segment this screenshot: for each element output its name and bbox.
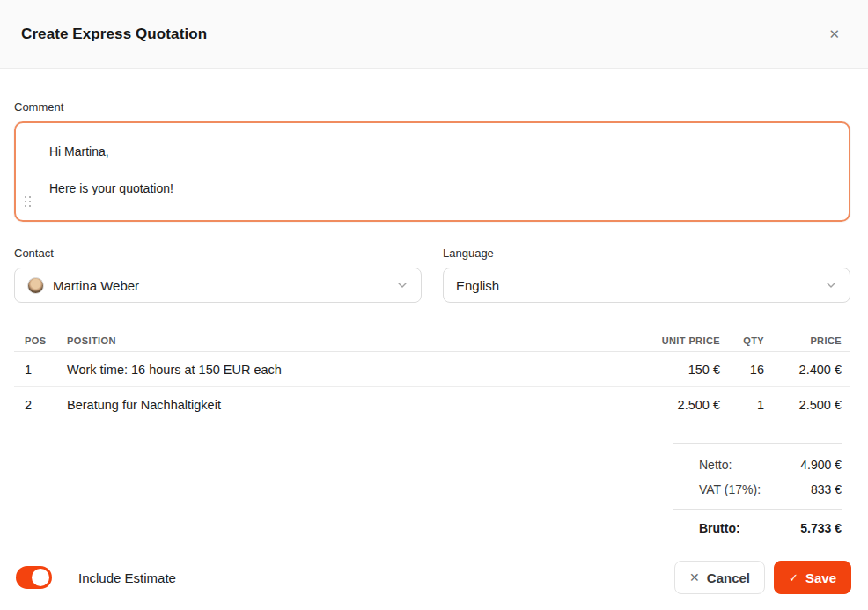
col-header-pos: POS (25, 335, 67, 346)
x-icon: ✕ (689, 570, 700, 584)
modal-footer: Include Estimate ✕ Cancel ✓ Save (0, 561, 868, 594)
language-label: Language (443, 246, 850, 260)
vat-label: VAT (17%): (699, 482, 761, 496)
modal-header: Create Express Quotation ✕ (0, 0, 868, 69)
cancel-label: Cancel (707, 570, 750, 585)
comment-line: Here is your quotation! (49, 180, 831, 197)
chevron-down-icon (825, 279, 837, 291)
cell-unit-price: 2.500 € (623, 398, 720, 412)
contact-label: Contact (14, 246, 422, 260)
col-header-price: PRICE (764, 335, 842, 346)
contact-select[interactable]: Martina Weber (14, 268, 422, 303)
cell-pos: 1 (25, 363, 67, 377)
comment-line: Hi Martina, (49, 143, 831, 160)
totals-divider (673, 509, 842, 510)
netto-row: Netto: 4.900 € (673, 452, 842, 477)
cell-position: Beratung für Nachhaltigkeit (67, 398, 623, 412)
brutto-label: Brutto: (699, 521, 740, 535)
cell-price: 2.500 € (764, 398, 842, 412)
table-row: 1 Work time: 16 hours at 150 EUR each 15… (14, 352, 850, 387)
totals-summary: Netto: 4.900 € VAT (17%): 833 € Brutto: … (673, 443, 842, 545)
cancel-button[interactable]: ✕ Cancel (674, 561, 765, 594)
vat-value: 833 € (811, 482, 842, 496)
chevron-down-icon (396, 279, 408, 291)
brutto-row: Brutto: 5.733 € (673, 511, 842, 545)
cell-qty: 16 (720, 363, 764, 377)
cell-pos: 2 (25, 398, 67, 412)
cell-unit-price: 150 € (623, 363, 720, 377)
language-select[interactable]: English (443, 268, 850, 303)
cell-price: 2.400 € (764, 363, 842, 377)
toggle-knob (32, 569, 49, 586)
contact-value: Martina Weber (53, 278, 139, 293)
save-label: Save (805, 570, 836, 585)
col-header-position: POSITION (67, 335, 623, 346)
col-header-qty: QTY (720, 335, 764, 346)
netto-value: 4.900 € (800, 458, 842, 472)
vat-row: VAT (17%): 833 € (673, 477, 842, 502)
comment-label: Comment (14, 100, 850, 114)
modal-title: Create Express Quotation (21, 26, 207, 43)
include-estimate-label: Include Estimate (78, 570, 176, 585)
col-header-unit-price: UNIT PRICE (623, 335, 720, 346)
language-value: English (456, 278, 499, 293)
close-icon: ✕ (828, 26, 840, 41)
include-estimate-toggle[interactable] (16, 566, 52, 589)
comment-editor[interactable]: Hi Martina, Here is your quotation! (14, 121, 850, 222)
cell-position: Work time: 16 hours at 150 EUR each (67, 363, 623, 377)
drag-handle-icon[interactable] (25, 196, 32, 208)
brutto-value: 5.733 € (800, 521, 842, 535)
netto-label: Netto: (699, 458, 732, 472)
table-header-row: POS POSITION UNIT PRICE QTY PRICE (14, 330, 850, 352)
positions-table: POS POSITION UNIT PRICE QTY PRICE 1 Work… (14, 330, 850, 423)
close-button[interactable]: ✕ (825, 24, 843, 44)
cell-qty: 1 (720, 398, 764, 412)
save-button[interactable]: ✓ Save (774, 561, 851, 594)
check-icon: ✓ (789, 571, 798, 584)
table-row: 2 Beratung für Nachhaltigkeit 2.500 € 1 … (14, 387, 850, 423)
contact-avatar (27, 277, 44, 294)
